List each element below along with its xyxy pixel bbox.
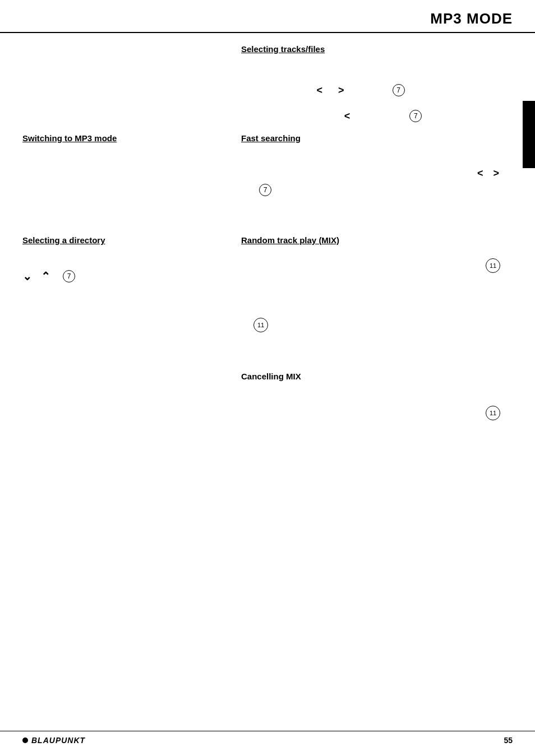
dir-circle-7: 7 xyxy=(63,270,75,282)
page-title: MP3 MODE xyxy=(430,10,513,27)
selecting-directory-section: Selecting a directory ⌄ ⌃ 7 xyxy=(22,219,230,332)
switching-mp3-section: Switching to MP3 mode xyxy=(22,133,230,196)
selecting-directory-heading: Selecting a directory xyxy=(22,235,105,245)
circle-7-2: 7 xyxy=(409,110,422,122)
left-arrow-2: < xyxy=(344,110,350,122)
cancelling-mix-heading: Cancelling MIX xyxy=(241,372,301,381)
random-circle-11-2: 11 xyxy=(253,318,268,332)
fast-searching-section: Fast searching < > 7 xyxy=(230,133,513,196)
down-arrow-sym: ⌄ xyxy=(22,270,32,283)
cancelling-mix-section: Cancelling MIX 11 xyxy=(230,360,513,420)
left-empty xyxy=(22,360,230,420)
page-footer: BLAUPUNKT 55 xyxy=(0,731,535,745)
page-number: 55 xyxy=(504,736,513,745)
fast-left-arrow: < xyxy=(477,168,483,179)
page-header: MP3 MODE xyxy=(0,0,535,33)
selecting-tracks-section: Selecting tracks/files < > 7 < 7 xyxy=(22,33,513,122)
row-1: Switching to MP3 mode Fast searching < >… xyxy=(22,133,513,196)
selecting-tracks-heading: Selecting tracks/files xyxy=(241,44,325,54)
row-3: Cancelling MIX 11 xyxy=(22,360,513,420)
right-arrow-1: > xyxy=(338,85,344,96)
left-arrow-1: < xyxy=(316,85,322,96)
page-content: Selecting tracks/files < > 7 < 7 xyxy=(0,33,535,420)
cancelling-circle-11: 11 xyxy=(486,406,500,420)
bullet-icon xyxy=(22,738,28,743)
random-circle-11-1: 11 xyxy=(486,258,500,273)
fast-searching-heading: Fast searching xyxy=(241,133,301,143)
switching-mp3-heading: Switching to MP3 mode xyxy=(22,133,117,143)
fast-circle-7: 7 xyxy=(259,184,271,196)
page-container: MP3 MODE Selecting tracks/files < > 7 < xyxy=(0,0,535,756)
circle-7-1: 7 xyxy=(393,84,405,96)
logo-text: BLAUPUNKT xyxy=(31,736,85,745)
fast-right-arrow: > xyxy=(493,168,499,179)
directory-symbols: ⌄ ⌃ 7 xyxy=(22,270,219,283)
brand-logo: BLAUPUNKT xyxy=(22,736,85,745)
row-2: Selecting a directory ⌄ ⌃ 7 Random track… xyxy=(22,219,513,332)
random-track-heading: Random track play (MIX) xyxy=(241,235,339,245)
random-track-section: Random track play (MIX) 11 11 xyxy=(230,219,513,332)
up-arrow-sym: ⌃ xyxy=(41,270,50,283)
